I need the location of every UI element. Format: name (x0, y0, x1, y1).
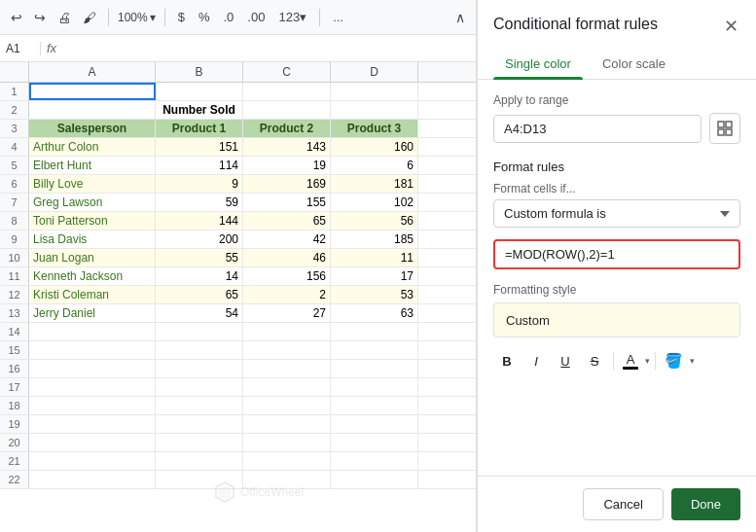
close-button[interactable]: ✕ (722, 16, 740, 37)
cell[interactable] (156, 415, 243, 433)
cell[interactable]: 155 (243, 194, 331, 211)
cell[interactable] (243, 101, 331, 119)
cell[interactable] (331, 360, 418, 377)
cell[interactable] (156, 323, 243, 340)
cell[interactable]: 9 (156, 175, 243, 193)
cell[interactable]: Jerry Daniel (29, 304, 156, 322)
cell[interactable]: 151 (156, 138, 243, 156)
cell[interactable] (243, 341, 331, 359)
cell[interactable] (331, 415, 418, 433)
cell[interactable]: Greg Lawson (29, 194, 156, 211)
done-button[interactable]: Done (671, 488, 740, 520)
cell[interactable]: 63 (331, 304, 418, 322)
cell[interactable]: Juan Logan (29, 249, 156, 266)
cell[interactable]: 102 (331, 194, 418, 211)
cell[interactable] (156, 434, 243, 451)
cell[interactable] (331, 378, 418, 396)
cell[interactable] (331, 397, 418, 414)
cell[interactable]: 169 (243, 175, 331, 193)
print-icon[interactable]: 🖨 (54, 8, 74, 27)
cell[interactable]: 53 (331, 286, 418, 303)
cell[interactable] (331, 452, 418, 470)
col-header-c[interactable]: C (243, 62, 331, 82)
cell[interactable]: 143 (243, 138, 331, 156)
cell[interactable]: 185 (331, 231, 418, 248)
cell[interactable] (29, 378, 156, 396)
cell[interactable]: Salesperson (29, 120, 156, 137)
cell[interactable]: 160 (331, 138, 418, 156)
cell[interactable]: Elbert Hunt (29, 157, 156, 174)
cell[interactable]: 54 (156, 304, 243, 322)
cell[interactable] (243, 452, 331, 470)
cell[interactable]: 56 (331, 212, 418, 230)
cell[interactable] (156, 452, 243, 470)
cell[interactable] (156, 397, 243, 414)
collapse-icon[interactable]: ∧ (452, 8, 468, 27)
cell[interactable]: 17 (331, 267, 418, 285)
undo-icon[interactable]: ↩ (8, 8, 25, 27)
cell[interactable] (243, 323, 331, 340)
cell[interactable] (243, 397, 331, 414)
cell[interactable]: Toni Patterson (29, 212, 156, 230)
italic-button[interactable]: I (522, 347, 550, 374)
font-color-button[interactable]: A (619, 351, 642, 372)
cell[interactable]: Product 2 (243, 120, 331, 137)
cell[interactable] (156, 341, 243, 359)
range-input[interactable] (493, 115, 702, 143)
cell[interactable] (156, 360, 243, 377)
cell[interactable]: Kristi Coleman (29, 286, 156, 303)
underline-button[interactable]: U (552, 347, 579, 374)
cell[interactable]: 6 (331, 157, 418, 174)
cell[interactable]: 156 (243, 267, 331, 285)
cell[interactable] (29, 452, 156, 470)
cell[interactable] (29, 83, 156, 100)
cell[interactable] (29, 101, 156, 119)
cell[interactable] (243, 360, 331, 377)
cell[interactable] (331, 83, 418, 100)
cell[interactable] (331, 101, 418, 119)
cell[interactable] (156, 83, 243, 100)
cell[interactable] (29, 397, 156, 414)
tab-color-scale[interactable]: Color scale (591, 49, 677, 79)
cell[interactable] (29, 360, 156, 377)
cell[interactable]: 46 (243, 249, 331, 266)
cell[interactable]: 181 (331, 175, 418, 193)
cell[interactable]: Product 3 (331, 120, 418, 137)
cell[interactable]: 59 (156, 194, 243, 211)
decimal1-btn[interactable]: .0 (220, 8, 238, 26)
cell[interactable]: 2 (243, 286, 331, 303)
cell[interactable] (29, 434, 156, 451)
cell[interactable] (29, 471, 156, 488)
col-header-a[interactable]: A (29, 62, 156, 82)
cancel-button[interactable]: Cancel (583, 488, 663, 520)
select-range-button[interactable] (709, 113, 740, 144)
decimal2-btn[interactable]: .00 (243, 8, 269, 26)
format-more-btn[interactable]: 123▾ (274, 8, 310, 26)
cell[interactable]: 14 (156, 267, 243, 285)
cell[interactable] (331, 471, 418, 488)
more-options-btn[interactable]: ... (329, 8, 347, 26)
bold-button[interactable]: B (493, 347, 521, 374)
cell[interactable]: 65 (156, 286, 243, 303)
col-header-b[interactable]: B (156, 62, 243, 82)
col-header-d[interactable]: D (331, 62, 418, 82)
cell[interactable]: 42 (243, 231, 331, 248)
cell[interactable] (331, 434, 418, 451)
paint-format-icon[interactable]: 🖌 (80, 8, 99, 27)
cell[interactable] (29, 323, 156, 340)
cell[interactable]: 65 (243, 212, 331, 230)
cell[interactable] (243, 378, 331, 396)
cell[interactable]: 27 (243, 304, 331, 322)
cell[interactable]: Number Sold (156, 101, 243, 119)
cell[interactable]: 114 (156, 157, 243, 174)
cell[interactable] (331, 323, 418, 340)
font-color-dropdown-icon[interactable]: ▾ (645, 356, 650, 366)
cell[interactable] (243, 415, 331, 433)
fill-color-dropdown-icon[interactable]: ▾ (690, 356, 695, 366)
cell[interactable]: Billy Love (29, 175, 156, 193)
redo-icon[interactable]: ↪ (31, 8, 49, 27)
tab-single-color[interactable]: Single color (493, 49, 583, 79)
cell[interactable] (29, 341, 156, 359)
zoom-control[interactable]: 100% ▾ (118, 11, 156, 24)
cell[interactable]: 144 (156, 212, 243, 230)
